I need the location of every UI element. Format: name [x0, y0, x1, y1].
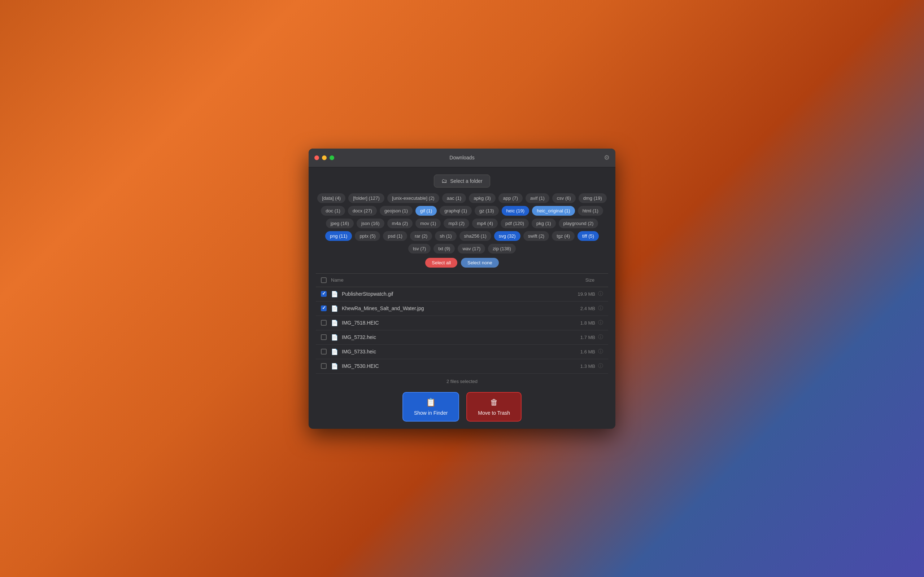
file-row: 📄IMG_5733.heic1.6 MBⓘ: [316, 345, 608, 359]
tag-playground[interactable]: playground (2): [559, 219, 598, 228]
file-checkbox-1[interactable]: [321, 305, 327, 311]
tag-m4a[interactable]: m4a (2): [387, 219, 413, 228]
file-size-5: 1.3 MB: [566, 364, 595, 369]
tag-pdf[interactable]: pdf (120): [501, 219, 529, 228]
file-checkbox-5[interactable]: [321, 363, 327, 369]
file-icon-0: 📄: [331, 291, 338, 298]
tag-json[interactable]: json (16): [357, 219, 384, 228]
tag-png[interactable]: png (11): [325, 231, 352, 241]
tag-sha256[interactable]: sha256 (1): [459, 231, 491, 241]
tag-html[interactable]: html (1): [578, 206, 603, 216]
maximize-button[interactable]: [330, 155, 334, 160]
header-size: Size: [565, 277, 594, 283]
file-checkbox-2[interactable]: [321, 320, 327, 326]
file-row: 📄KhewRa_Mines_Salt_and_Water.jpg2.4 MBⓘ: [316, 301, 608, 316]
file-rows-container: 📄PublisherStopwatch.gif19.9 MBⓘ📄KhewRa_M…: [316, 287, 608, 374]
tag-avif[interactable]: avif (1): [525, 193, 549, 203]
file-info-icon-2[interactable]: ⓘ: [598, 319, 603, 326]
tag-dmg[interactable]: dmg (19): [578, 193, 607, 203]
tag-data[interactable]: [data] (4): [317, 193, 346, 203]
tag-sh[interactable]: sh (1): [435, 231, 456, 241]
file-size-4: 1.6 MB: [566, 349, 595, 355]
file-row: 📄IMG_5732.heic1.7 MBⓘ: [316, 330, 608, 345]
file-info-icon-5[interactable]: ⓘ: [598, 363, 603, 369]
file-name-3: IMG_5732.heic: [342, 334, 566, 340]
tag-tiff[interactable]: tiff (5): [577, 231, 599, 241]
file-info-icon-4[interactable]: ⓘ: [598, 348, 603, 355]
tag-tgz[interactable]: tgz (4): [552, 231, 575, 241]
settings-icon[interactable]: ⚙: [604, 154, 610, 161]
move-to-trash-button[interactable]: 🗑 Move to Trash: [466, 392, 522, 422]
file-checkbox-0[interactable]: [321, 291, 327, 297]
file-name-4: IMG_5733.heic: [342, 349, 566, 355]
select-all-button[interactable]: Select all: [425, 258, 457, 268]
tag-gif[interactable]: gif (1): [415, 206, 437, 216]
tags-container: [data] (4)[folder] (127)[unix-executable…: [316, 193, 608, 253]
select-all-checkbox[interactable]: [321, 277, 327, 283]
file-size-2: 1.8 MB: [566, 320, 595, 326]
show-in-finder-label: Show in Finder: [414, 410, 447, 416]
tag-psd[interactable]: psd (1): [383, 231, 407, 241]
tag-graphql[interactable]: graphql (1): [439, 206, 472, 216]
file-row: 📄PublisherStopwatch.gif19.9 MBⓘ: [316, 287, 608, 301]
file-row: 📄IMG_7518.HEIC1.8 MBⓘ: [316, 316, 608, 330]
file-size-1: 2.4 MB: [566, 306, 595, 311]
select-folder-label: Select a folder: [450, 178, 483, 184]
select-none-button[interactable]: Select none: [461, 258, 499, 268]
file-info-icon-0[interactable]: ⓘ: [598, 291, 603, 297]
tag-mp4[interactable]: mp4 (4): [472, 219, 498, 228]
tag-tsv[interactable]: tsv (7): [408, 244, 431, 253]
file-info-icon-1[interactable]: ⓘ: [598, 305, 603, 311]
titlebar: Downloads ⚙: [309, 148, 615, 167]
trash-icon: 🗑: [490, 398, 498, 407]
tag-svg[interactable]: svg (32): [494, 231, 520, 241]
file-icon-2: 📄: [331, 319, 338, 326]
tag-heic_original[interactable]: heic_original (1): [532, 206, 575, 216]
file-row: 📄IMG_7530.HEIC1.3 MBⓘ: [316, 359, 608, 374]
select-buttons: Select all Select none: [316, 258, 608, 268]
tag-unix-executable[interactable]: [unix-executable] (2): [387, 193, 439, 203]
tag-mov[interactable]: mov (1): [415, 219, 441, 228]
file-icon-4: 📄: [331, 348, 338, 355]
file-list: Name Size 📄PublisherStopwatch.gif19.9 MB…: [316, 273, 608, 374]
window-title: Downloads: [449, 155, 474, 161]
status-bar: 2 files selected: [316, 374, 608, 388]
tag-zip[interactable]: zip (138): [488, 244, 516, 253]
tag-app[interactable]: app (7): [498, 193, 523, 203]
tag-rar[interactable]: rar (2): [410, 231, 432, 241]
close-button[interactable]: [314, 155, 319, 160]
tag-jpeg[interactable]: jpeg (16): [326, 219, 354, 228]
file-checkbox-3[interactable]: [321, 334, 327, 340]
main-window: Downloads ⚙ 🗂 Select a folder [data] (4)…: [309, 148, 615, 429]
tag-docx[interactable]: docx (27): [348, 206, 377, 216]
tag-doc[interactable]: doc (1): [321, 206, 345, 216]
minimize-button[interactable]: [322, 155, 327, 160]
file-icon-1: 📄: [331, 305, 338, 312]
tag-heic[interactable]: heic (19): [502, 206, 530, 216]
traffic-lights: [314, 155, 334, 160]
file-size-0: 19.9 MB: [566, 292, 595, 297]
file-name-2: IMG_7518.HEIC: [342, 320, 566, 326]
file-info-icon-3[interactable]: ⓘ: [598, 334, 603, 340]
tag-csv[interactable]: csv (6): [552, 193, 576, 203]
show-in-finder-button[interactable]: 📋 Show in Finder: [402, 392, 459, 422]
tag-apkg[interactable]: apkg (3): [469, 193, 496, 203]
tag-geojson[interactable]: geojson (1): [380, 206, 412, 216]
tag-mp3[interactable]: mp3 (2): [444, 219, 469, 228]
main-content: 🗂 Select a folder [data] (4)[folder] (12…: [309, 167, 615, 388]
select-folder-button[interactable]: 🗂 Select a folder: [434, 174, 490, 187]
tag-swift[interactable]: swift (2): [523, 231, 549, 241]
file-icon-5: 📄: [331, 363, 338, 370]
tag-aac[interactable]: aac (1): [442, 193, 466, 203]
tag-folder[interactable]: [folder] (127): [348, 193, 384, 203]
file-name-1: KhewRa_Mines_Salt_and_Water.jpg: [342, 305, 566, 311]
file-size-3: 1.7 MB: [566, 335, 595, 340]
tag-pptx[interactable]: pptx (5): [355, 231, 380, 241]
file-checkbox-4[interactable]: [321, 349, 327, 355]
file-name-5: IMG_7530.HEIC: [342, 363, 566, 369]
file-icon-3: 📄: [331, 334, 338, 341]
tag-pkg[interactable]: pkg (1): [531, 219, 556, 228]
tag-wav[interactable]: wav (17): [458, 244, 485, 253]
tag-gz[interactable]: gz (13): [475, 206, 498, 216]
tag-txt[interactable]: txt (9): [433, 244, 455, 253]
